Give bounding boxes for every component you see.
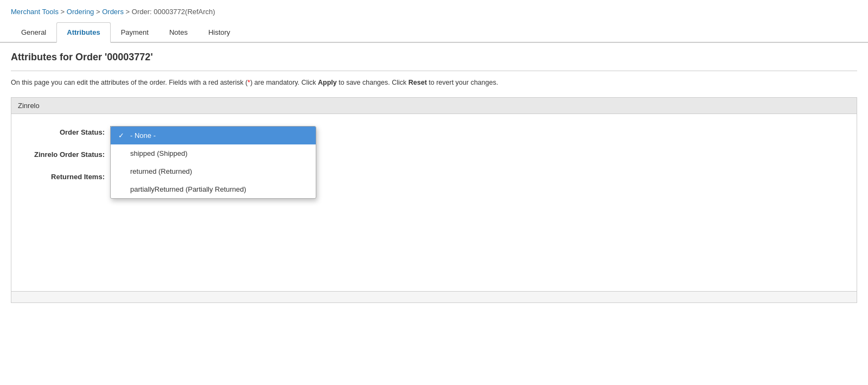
returned-items-label: Returned Items: <box>18 171 110 181</box>
order-status-row: Order Status: - None - ✓ - None - <box>11 122 857 144</box>
order-status-label: Order Status: <box>18 126 110 136</box>
apply-keyword: Apply <box>318 79 337 86</box>
tab-general[interactable]: General <box>11 22 56 43</box>
tab-payment[interactable]: Payment <box>111 22 159 43</box>
check-icon: ✓ <box>118 131 127 140</box>
breadcrumb-merchant-tools[interactable]: Merchant Tools <box>11 8 59 16</box>
section-body: Order Status: - None - ✓ - None - <box>11 114 857 291</box>
tab-notes[interactable]: Notes <box>159 22 198 43</box>
order-status-dropdown-list: ✓ - None - shipped (Shipped) returned (R… <box>110 126 316 199</box>
page-content: Attributes for Order '00003772' On this … <box>0 43 868 312</box>
section-bottom-bar <box>11 291 857 302</box>
zinrelo-order-status-label: Zinrelo Order Status: <box>18 148 110 159</box>
info-text: On this page you can edit the attributes… <box>11 79 857 86</box>
tab-history[interactable]: History <box>198 22 240 43</box>
breadcrumb-ordering[interactable]: Ordering <box>67 8 94 16</box>
tab-bar: General Attributes Payment Notes History <box>0 22 868 43</box>
breadcrumb-current: Order: 00003772(RefArch) <box>132 8 215 16</box>
dropdown-option-none[interactable]: ✓ - None - <box>111 127 316 144</box>
tab-attributes[interactable]: Attributes <box>56 22 110 43</box>
title-divider <box>11 71 857 71</box>
page-title: Attributes for Order '00003772' <box>11 52 857 63</box>
order-status-value: - None - ✓ - None - shipped (Shipped) <box>110 126 850 140</box>
order-status-dropdown-container: - None - ✓ - None - shipped (Shipped) <box>110 126 208 140</box>
breadcrumb-orders[interactable]: Orders <box>102 8 124 16</box>
dropdown-option-shipped[interactable]: shipped (Shipped) <box>111 144 316 162</box>
dropdown-option-returned[interactable]: returned (Returned) <box>111 162 316 180</box>
reset-keyword: Reset <box>409 79 427 86</box>
section-header: Zinrelo <box>11 98 857 114</box>
dropdown-option-partially-returned[interactable]: partiallyReturned (Partially Returned) <box>111 180 316 198</box>
zinrelo-section: Zinrelo Order Status: - None - ✓ - None … <box>11 97 857 303</box>
breadcrumb: Merchant Tools > Ordering > Orders > Ord… <box>0 0 868 20</box>
